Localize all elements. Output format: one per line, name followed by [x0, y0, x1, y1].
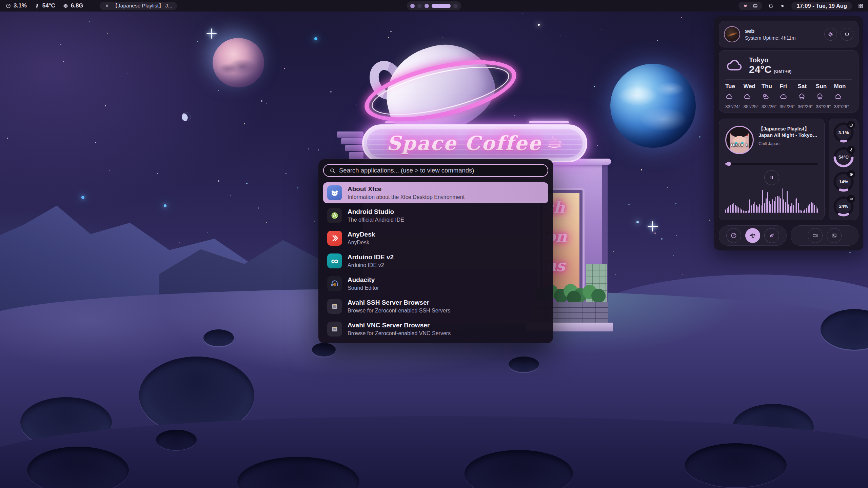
image-icon [831, 232, 837, 239]
arduino-icon: ∞ [327, 253, 342, 268]
app-list-item[interactable]: ∞Arduino IDE v2Arduino IDE v2 [323, 250, 548, 271]
forecast-temps: 35°/26° [780, 104, 797, 109]
performance-profile-button[interactable] [726, 228, 741, 243]
forecast-day: Mon33°/26° [834, 83, 852, 109]
weather-timezone: (GMT+9) [774, 69, 791, 74]
seek-slider[interactable] [725, 162, 818, 166]
temperature-stat[interactable]: 54°C [34, 2, 55, 9]
search-icon [329, 167, 336, 174]
cpu-usage-stat[interactable]: 3.1% [5, 2, 27, 9]
weather-temp: 24°C [749, 64, 772, 75]
network-connector-icon [327, 322, 342, 337]
search-input[interactable] [339, 167, 542, 174]
volume-icon[interactable] [780, 3, 786, 9]
audio-visualizer [725, 188, 818, 213]
power-icon [844, 31, 850, 38]
app-title: Audacity [348, 276, 379, 284]
forecast-day: Sun33°/26° [816, 83, 834, 109]
workspace-dot[interactable] [417, 4, 422, 8]
app-list-item[interactable]: About XfceInformation about the Xfce Des… [323, 182, 548, 203]
power-button[interactable] [841, 28, 853, 41]
space-coffee-sign: Space Coffee ☕ [362, 124, 587, 162]
memory-stat[interactable]: 6.8G [63, 2, 83, 9]
system-gauges-card: 3.1%54°C14%24% [829, 119, 859, 220]
forecast-day-name: Mon [834, 83, 852, 90]
system-gauge[interactable]: 54°C [833, 146, 854, 168]
workspace-dot[interactable] [425, 4, 429, 8]
divider [725, 79, 852, 80]
speedometer-icon [730, 232, 737, 239]
forecast-day: Wed35°/25° [743, 83, 761, 109]
workspace-dot-active[interactable] [432, 4, 451, 8]
track-title: 【Japanese Playlist】 Japan All Night - To… [758, 126, 818, 139]
settings-button[interactable] [824, 28, 837, 41]
workspace-dot[interactable] [410, 4, 415, 8]
avatar[interactable] [724, 26, 740, 42]
app-list-item[interactable]: Android StudioThe official Android IDE [323, 205, 548, 226]
storm-weather-icon [816, 93, 834, 102]
thermometer-icon [34, 3, 40, 9]
thermometer-icon [847, 146, 855, 154]
forecast-day-name: Tue [725, 83, 743, 90]
sign-marquee-light [529, 121, 569, 123]
forecast-temps: 36°/26° [798, 104, 816, 109]
xfce-mouse-icon [327, 185, 342, 200]
screen-record-button[interactable] [808, 228, 823, 243]
balanced-profile-button[interactable] [745, 228, 760, 243]
temperature-value: 54°C [42, 2, 55, 9]
play-pause-button[interactable] [764, 170, 779, 185]
audacity-icon [327, 276, 342, 291]
app-list-item[interactable]: Avahi SSH Server BrowserBrowse for Zeroc… [323, 296, 548, 317]
album-art[interactable]: TOKYO L [725, 126, 754, 154]
chip-icon [847, 170, 855, 178]
speedometer-icon [5, 3, 11, 9]
clock[interactable]: 17:09 - Tue, 19 Aug [791, 2, 852, 10]
chip-icon [63, 3, 68, 9]
network-connector-icon [327, 299, 342, 314]
forecast-temps: 33°/26° [834, 104, 852, 109]
disk-icon [847, 195, 855, 203]
powersave-profile-button[interactable] [764, 228, 779, 243]
app-description: Arduino IDE v2 [348, 262, 394, 268]
app-description: AnyDesk [348, 240, 375, 246]
uptime-label: System Uptime: 4h11m [745, 35, 796, 41]
forecast-day: Tue33°/24° [725, 83, 743, 109]
screenshot-button[interactable] [827, 228, 842, 243]
workspace-dot[interactable] [453, 4, 458, 8]
cpu-usage-value: 3.1% [14, 2, 27, 9]
system-gauge[interactable]: 14% [833, 171, 854, 192]
media-player-pill[interactable]: 【Japanese Playlist】 J... [100, 2, 177, 10]
app-description: Sound Editor [348, 285, 379, 291]
app-list: About XfceInformation about the Xfce Des… [323, 182, 548, 340]
system-gauge[interactable]: 24% [833, 196, 854, 217]
pet-icon[interactable] [743, 3, 748, 9]
launcher-search-box[interactable] [323, 164, 548, 177]
weather-cloud-icon [725, 56, 744, 75]
seek-track [725, 163, 818, 165]
app-grid-icon[interactable] [857, 3, 864, 9]
app-list-item[interactable]: AudacitySound Editor [323, 273, 548, 294]
app-list-item[interactable]: Avahi VNC Server BrowserBrowse for Zeroc… [323, 319, 548, 340]
pause-icon [768, 174, 775, 181]
forecast-temps: 33°/24° [725, 104, 743, 109]
forecast-day-name: Fri [780, 83, 797, 90]
screenshot-tray-icon[interactable] [752, 3, 758, 9]
tray-pill [738, 2, 762, 10]
pause-icon [104, 3, 109, 8]
seek-knob[interactable] [727, 162, 731, 166]
notifications-bell-icon[interactable] [768, 3, 774, 9]
cloud-weather-icon [780, 93, 797, 102]
app-list-item[interactable]: AnyDeskAnyDesk [323, 228, 548, 249]
track-artist: Chill Japan. [758, 141, 818, 146]
media-player-card: TOKYO L 【Japanese Playlist】 Japan All Ni… [719, 119, 825, 220]
workspace-switcher[interactable] [407, 1, 461, 10]
album-art-text: TOKYO L [726, 143, 753, 147]
forecast-day: Fri35°/26° [780, 83, 797, 109]
media-pill-label: 【Japanese Playlist】 J... [113, 2, 173, 9]
desktop: esh oon ans [0, 0, 868, 488]
forecast-day-name: Sat [798, 83, 816, 90]
app-description: Information about the Xfce Desktop Envir… [348, 194, 465, 200]
app-title: About Xfce [348, 185, 465, 193]
cloud-weather-icon [743, 93, 761, 102]
system-gauge[interactable]: 3.1% [833, 122, 854, 143]
